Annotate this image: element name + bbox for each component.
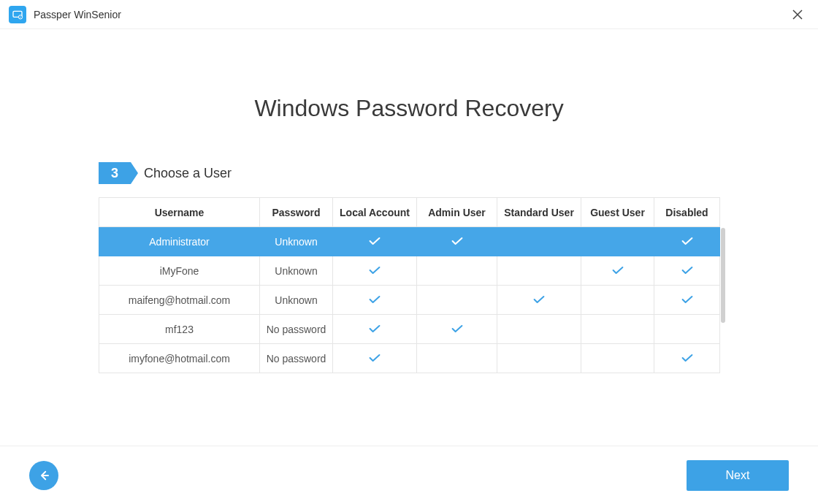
- back-button[interactable]: [29, 461, 58, 490]
- cell-guest: [581, 315, 654, 344]
- table-header-row: Username Password Local Account Admin Us…: [99, 198, 720, 227]
- users-table-container: Username Password Local Account Admin Us…: [99, 197, 719, 373]
- next-button[interactable]: Next: [687, 460, 789, 491]
- cell-guest: [581, 344, 654, 373]
- col-header-password: Password: [260, 198, 333, 227]
- cell-local: [333, 227, 417, 256]
- page-title: Windows Password Recovery: [254, 95, 563, 122]
- table-row[interactable]: AdministratorUnknown: [99, 227, 720, 256]
- step-number-badge: 3: [99, 162, 131, 184]
- table-row[interactable]: maifeng@hotmail.comUnknown: [99, 286, 720, 315]
- cell-local: [333, 256, 417, 286]
- cell-password: Unknown: [260, 227, 333, 256]
- col-header-standard: Standard User: [497, 198, 581, 227]
- cell-password: No password: [260, 344, 333, 373]
- cell-username: mf123: [99, 315, 260, 344]
- check-icon: [451, 236, 463, 248]
- check-icon: [533, 294, 545, 306]
- check-icon: [369, 324, 381, 335]
- check-icon: [612, 265, 624, 277]
- app-title: Passper WinSenior: [34, 9, 121, 20]
- cell-disabled: [654, 315, 720, 344]
- cell-admin: [417, 256, 497, 286]
- check-icon: [681, 236, 693, 248]
- table-row[interactable]: iMyFoneUnknown: [99, 256, 720, 286]
- cell-admin: [417, 315, 497, 344]
- check-icon: [681, 353, 693, 364]
- cell-password: Unknown: [260, 286, 333, 315]
- col-header-disabled: Disabled: [654, 198, 720, 227]
- check-icon: [369, 353, 381, 364]
- cell-guest: [581, 256, 654, 286]
- table-row[interactable]: mf123No password: [99, 315, 720, 344]
- check-icon: [369, 265, 381, 277]
- close-icon: [792, 9, 803, 20]
- cell-standard: [497, 344, 581, 373]
- check-icon: [681, 265, 693, 277]
- cell-username: iMyFone: [99, 256, 260, 286]
- check-icon: [451, 324, 463, 335]
- col-header-guest: Guest User: [581, 198, 654, 227]
- col-header-local: Local Account: [333, 198, 417, 227]
- cell-username: imyfone@hotmail.com: [99, 344, 260, 373]
- app-logo-icon: [9, 6, 26, 23]
- cell-admin: [417, 344, 497, 373]
- scrollbar[interactable]: [721, 228, 725, 373]
- cell-username: maifeng@hotmail.com: [99, 286, 260, 315]
- users-table: Username Password Local Account Admin Us…: [99, 197, 720, 373]
- close-button[interactable]: [786, 3, 809, 26]
- cell-local: [333, 315, 417, 344]
- cell-local: [333, 286, 417, 315]
- cell-standard: [497, 286, 581, 315]
- cell-disabled: [654, 286, 720, 315]
- step-indicator: 3 Choose a User: [99, 162, 719, 184]
- cell-local: [333, 344, 417, 373]
- cell-standard: [497, 256, 581, 286]
- cell-disabled: [654, 344, 720, 373]
- cell-guest: [581, 227, 654, 256]
- arrow-left-icon: [37, 469, 50, 482]
- titlebar: Passper WinSenior: [0, 0, 818, 29]
- check-icon: [369, 294, 381, 306]
- check-icon: [369, 236, 381, 248]
- cell-admin: [417, 286, 497, 315]
- cell-disabled: [654, 256, 720, 286]
- step-label: Choose a User: [144, 166, 232, 181]
- cell-password: No password: [260, 315, 333, 344]
- col-header-username: Username: [99, 198, 260, 227]
- col-header-admin: Admin User: [417, 198, 497, 227]
- cell-guest: [581, 286, 654, 315]
- footer: Next: [0, 446, 818, 504]
- cell-disabled: [654, 227, 720, 256]
- cell-standard: [497, 315, 581, 344]
- cell-username: Administrator: [99, 227, 260, 256]
- cell-password: Unknown: [260, 256, 333, 286]
- table-row[interactable]: imyfone@hotmail.comNo password: [99, 344, 720, 373]
- check-icon: [681, 294, 693, 306]
- scrollbar-thumb[interactable]: [721, 228, 725, 323]
- cell-admin: [417, 227, 497, 256]
- next-button-label: Next: [726, 469, 750, 482]
- cell-standard: [497, 227, 581, 256]
- main-content: Windows Password Recovery 3 Choose a Use…: [0, 29, 818, 446]
